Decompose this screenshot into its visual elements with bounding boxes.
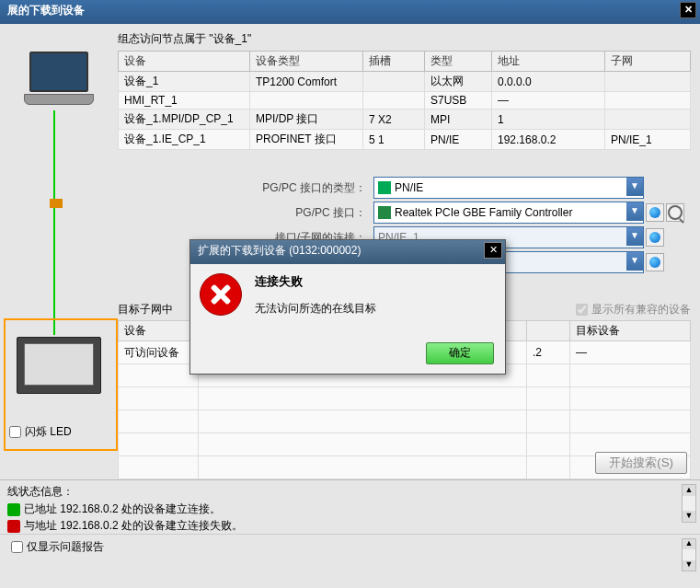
col-slot: 插槽 — [363, 52, 425, 72]
dropdown-interface-type[interactable]: PN/IE ▼ — [373, 177, 644, 199]
table-row — [119, 387, 691, 410]
scroll-down-icon[interactable]: ▼ — [683, 511, 695, 522]
error-dialog: 扩展的下载到设备 (0132:000002) ✕ 连接失败 无法访问所选的在线目… — [189, 239, 506, 375]
hmi-device-icon — [17, 337, 101, 394]
refresh-button[interactable] — [646, 228, 664, 247]
dropdown-value: PN/IE — [395, 181, 423, 194]
chevron-down-icon: ▼ — [626, 252, 643, 271]
label-interface-type: PG/PC 接口的类型： — [118, 180, 373, 196]
bottom-options: 仅显示问题报告 ▲ ▼ — [0, 534, 700, 579]
connector-icon — [37, 199, 74, 226]
log-text: 已地址 192.168.0.2 处的设备建立连接。 — [24, 502, 221, 517]
only-errors-label: 仅显示问题报告 — [27, 539, 104, 555]
access-nodes-table: 设备 设备类型 插槽 类型 地址 子网 设备_1TP1200 Comfort以太… — [118, 51, 691, 150]
status-header: 线状态信息： — [7, 484, 693, 500]
scroll-up-icon[interactable]: ▲ — [683, 485, 695, 496]
success-icon — [7, 503, 20, 516]
only-errors-checkbox[interactable]: 仅显示问题报告 — [7, 538, 104, 556]
show-compatible-input[interactable] — [576, 304, 588, 316]
nic-icon — [378, 206, 391, 219]
flash-led-checkbox[interactable]: 闪烁 LED — [6, 423, 72, 441]
scrollbar[interactable]: ▲ ▼ — [682, 538, 696, 571]
window-close-button[interactable]: ✕ — [680, 2, 696, 18]
dialog-close-button[interactable]: ✕ — [484, 242, 502, 259]
refresh-button[interactable] — [646, 203, 664, 222]
scroll-up-icon[interactable]: ▲ — [683, 539, 695, 549]
globe-icon — [649, 257, 660, 268]
log-line: 已地址 192.168.0.2 处的设备建立连接。 — [7, 502, 693, 517]
table-row[interactable]: HMI_RT_1S7USB— — [119, 92, 691, 110]
ok-button[interactable]: 确定 — [426, 342, 494, 364]
flash-led-label: 闪烁 LED — [25, 424, 72, 440]
scrollbar[interactable]: ▲ ▼ — [682, 484, 696, 523]
show-compatible-label: 显示所有兼容的设备 — [591, 302, 691, 317]
globe-icon — [649, 232, 660, 243]
col-addr: 地址 — [492, 52, 605, 72]
chevron-down-icon: ▼ — [626, 227, 643, 246]
table-row[interactable]: 设备_1.MPI/DP_CP_1MPI/DP 接口7 X2MPI1 — [119, 110, 691, 130]
col-addr-tail — [527, 321, 570, 341]
window-title: 展的下载到设备 — [7, 4, 85, 17]
dropdown-value: Realtek PCIe GBE Family Controller — [395, 206, 572, 219]
log-text: 与地址 192.168.0.2 处的设备建立连接失败。 — [24, 518, 243, 534]
log-line: 与地址 192.168.0.2 处的设备建立连接失败。 — [7, 518, 693, 534]
refresh-button[interactable] — [646, 253, 664, 271]
status-area: 线状态信息： 已地址 192.168.0.2 处的设备建立连接。 与地址 192… — [0, 479, 700, 534]
error-x-icon — [200, 273, 242, 316]
access-nodes-heading: 组态访问节点属于 "设备_1" — [118, 31, 691, 47]
table-row — [119, 410, 691, 433]
col-subnet: 子网 — [605, 52, 691, 72]
col-device: 设备 — [119, 321, 199, 341]
show-compatible-checkbox[interactable]: 显示所有兼容的设备 — [572, 301, 691, 318]
dialog-heading: 连接失败 — [255, 273, 496, 290]
col-kind: 类型 — [425, 52, 492, 72]
globe-icon — [649, 207, 660, 218]
target-subnet-label: 目标子网中 — [118, 302, 173, 317]
pg-pc-icon — [22, 52, 96, 107]
search-button[interactable] — [666, 203, 684, 222]
dialog-titlebar: 扩展的下载到设备 (0132:000002) ✕ — [190, 240, 505, 264]
table-row[interactable]: 设备_1.IE_CP_1PROFINET 接口5 1PN/IE192.168.0… — [119, 130, 691, 150]
topology-column: 闪烁 LED — [0, 24, 118, 479]
chevron-down-icon: ▼ — [626, 178, 643, 196]
magnifier-icon — [668, 205, 683, 220]
label-interface: PG/PC 接口： — [118, 205, 373, 221]
window-titlebar: 展的下载到设备 ✕ — [0, 0, 700, 24]
table-row[interactable]: 设备_1TP1200 Comfort以太网0.0.0.0 — [119, 72, 691, 92]
dialog-message: 无法访问所选的在线目标 — [255, 301, 496, 317]
only-errors-input[interactable] — [11, 541, 23, 553]
chevron-down-icon: ▼ — [626, 202, 643, 221]
col-type: 设备类型 — [250, 52, 363, 72]
dialog-title: 扩展的下载到设备 (0132:000002) — [198, 244, 361, 257]
col-target: 目标设备 — [570, 321, 691, 341]
scroll-down-icon[interactable]: ▼ — [683, 560, 695, 571]
pnie-icon — [378, 181, 391, 194]
start-search-button[interactable]: 开始搜索(S) — [595, 452, 687, 474]
error-icon — [7, 520, 20, 533]
col-device: 设备 — [119, 52, 250, 72]
flash-led-input[interactable] — [9, 426, 21, 438]
dropdown-interface[interactable]: Realtek PCIe GBE Family Controller ▼ — [373, 202, 644, 224]
